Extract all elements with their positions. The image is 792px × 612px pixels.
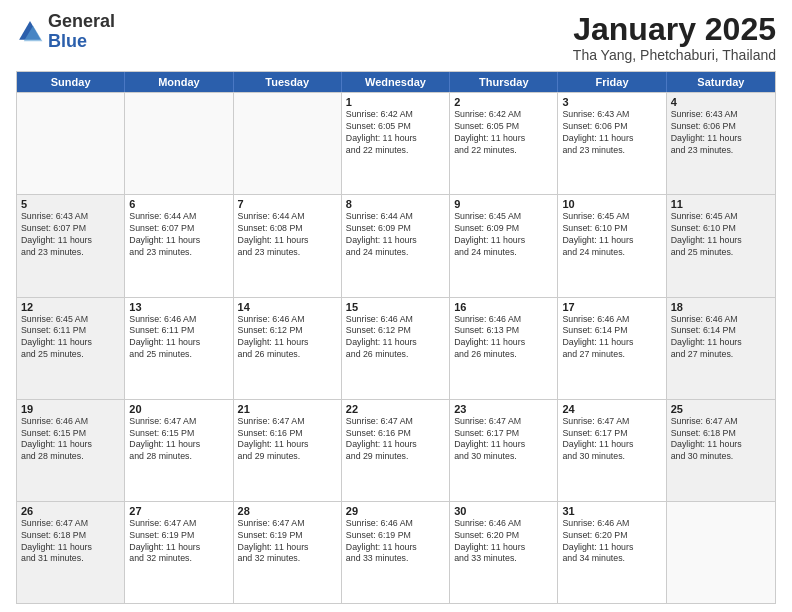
calendar-cell: 31Sunrise: 6:46 AM Sunset: 6:20 PM Dayli…	[558, 502, 666, 603]
day-info: Sunrise: 6:43 AM Sunset: 6:07 PM Dayligh…	[21, 211, 120, 259]
day-number: 22	[346, 403, 445, 415]
calendar-header-cell: Tuesday	[234, 72, 342, 92]
calendar-title: January 2025	[573, 12, 776, 47]
calendar-cell-empty	[17, 93, 125, 194]
day-number: 10	[562, 198, 661, 210]
day-number: 25	[671, 403, 771, 415]
day-number: 13	[129, 301, 228, 313]
day-number: 27	[129, 505, 228, 517]
calendar-cell-empty	[234, 93, 342, 194]
calendar-header-cell: Monday	[125, 72, 233, 92]
day-number: 26	[21, 505, 120, 517]
day-info: Sunrise: 6:47 AM Sunset: 6:18 PM Dayligh…	[21, 518, 120, 566]
calendar-cell: 7Sunrise: 6:44 AM Sunset: 6:08 PM Daylig…	[234, 195, 342, 296]
calendar-subtitle: Tha Yang, Phetchaburi, Thailand	[573, 47, 776, 63]
calendar-week: 1Sunrise: 6:42 AM Sunset: 6:05 PM Daylig…	[17, 92, 775, 194]
day-info: Sunrise: 6:47 AM Sunset: 6:19 PM Dayligh…	[129, 518, 228, 566]
day-number: 24	[562, 403, 661, 415]
day-number: 16	[454, 301, 553, 313]
day-info: Sunrise: 6:44 AM Sunset: 6:07 PM Dayligh…	[129, 211, 228, 259]
calendar: SundayMondayTuesdayWednesdayThursdayFrid…	[16, 71, 776, 604]
day-number: 7	[238, 198, 337, 210]
logo-blue-text: Blue	[48, 31, 87, 51]
calendar-header-cell: Saturday	[667, 72, 775, 92]
day-info: Sunrise: 6:46 AM Sunset: 6:20 PM Dayligh…	[454, 518, 553, 566]
day-info: Sunrise: 6:43 AM Sunset: 6:06 PM Dayligh…	[562, 109, 661, 157]
day-info: Sunrise: 6:47 AM Sunset: 6:17 PM Dayligh…	[454, 416, 553, 464]
header: General Blue January 2025 Tha Yang, Phet…	[16, 12, 776, 63]
day-number: 17	[562, 301, 661, 313]
day-number: 4	[671, 96, 771, 108]
calendar-cell-empty	[667, 502, 775, 603]
day-info: Sunrise: 6:45 AM Sunset: 6:09 PM Dayligh…	[454, 211, 553, 259]
calendar-cell: 17Sunrise: 6:46 AM Sunset: 6:14 PM Dayli…	[558, 298, 666, 399]
calendar-cell: 13Sunrise: 6:46 AM Sunset: 6:11 PM Dayli…	[125, 298, 233, 399]
calendar-week: 19Sunrise: 6:46 AM Sunset: 6:15 PM Dayli…	[17, 399, 775, 501]
day-number: 3	[562, 96, 661, 108]
day-info: Sunrise: 6:45 AM Sunset: 6:10 PM Dayligh…	[671, 211, 771, 259]
calendar-cell: 1Sunrise: 6:42 AM Sunset: 6:05 PM Daylig…	[342, 93, 450, 194]
calendar-header-cell: Wednesday	[342, 72, 450, 92]
day-info: Sunrise: 6:47 AM Sunset: 6:18 PM Dayligh…	[671, 416, 771, 464]
day-info: Sunrise: 6:44 AM Sunset: 6:09 PM Dayligh…	[346, 211, 445, 259]
calendar-cell: 8Sunrise: 6:44 AM Sunset: 6:09 PM Daylig…	[342, 195, 450, 296]
calendar-header-cell: Sunday	[17, 72, 125, 92]
calendar-cell: 29Sunrise: 6:46 AM Sunset: 6:19 PM Dayli…	[342, 502, 450, 603]
calendar-cell: 23Sunrise: 6:47 AM Sunset: 6:17 PM Dayli…	[450, 400, 558, 501]
calendar-cell: 6Sunrise: 6:44 AM Sunset: 6:07 PM Daylig…	[125, 195, 233, 296]
day-info: Sunrise: 6:46 AM Sunset: 6:15 PM Dayligh…	[21, 416, 120, 464]
calendar-header-row: SundayMondayTuesdayWednesdayThursdayFrid…	[17, 72, 775, 92]
day-info: Sunrise: 6:44 AM Sunset: 6:08 PM Dayligh…	[238, 211, 337, 259]
day-number: 8	[346, 198, 445, 210]
calendar-cell: 19Sunrise: 6:46 AM Sunset: 6:15 PM Dayli…	[17, 400, 125, 501]
calendar-cell: 22Sunrise: 6:47 AM Sunset: 6:16 PM Dayli…	[342, 400, 450, 501]
day-info: Sunrise: 6:47 AM Sunset: 6:16 PM Dayligh…	[238, 416, 337, 464]
calendar-cell: 12Sunrise: 6:45 AM Sunset: 6:11 PM Dayli…	[17, 298, 125, 399]
day-number: 18	[671, 301, 771, 313]
day-info: Sunrise: 6:46 AM Sunset: 6:14 PM Dayligh…	[671, 314, 771, 362]
day-info: Sunrise: 6:47 AM Sunset: 6:16 PM Dayligh…	[346, 416, 445, 464]
calendar-cell: 26Sunrise: 6:47 AM Sunset: 6:18 PM Dayli…	[17, 502, 125, 603]
calendar-week: 5Sunrise: 6:43 AM Sunset: 6:07 PM Daylig…	[17, 194, 775, 296]
day-number: 29	[346, 505, 445, 517]
day-number: 30	[454, 505, 553, 517]
logo: General Blue	[16, 12, 115, 52]
title-block: January 2025 Tha Yang, Phetchaburi, Thai…	[573, 12, 776, 63]
calendar-header-cell: Thursday	[450, 72, 558, 92]
calendar-cell: 11Sunrise: 6:45 AM Sunset: 6:10 PM Dayli…	[667, 195, 775, 296]
day-number: 31	[562, 505, 661, 517]
day-info: Sunrise: 6:45 AM Sunset: 6:10 PM Dayligh…	[562, 211, 661, 259]
day-number: 21	[238, 403, 337, 415]
day-number: 20	[129, 403, 228, 415]
calendar-cell: 18Sunrise: 6:46 AM Sunset: 6:14 PM Dayli…	[667, 298, 775, 399]
calendar-header-cell: Friday	[558, 72, 666, 92]
day-number: 19	[21, 403, 120, 415]
calendar-cell: 16Sunrise: 6:46 AM Sunset: 6:13 PM Dayli…	[450, 298, 558, 399]
day-number: 28	[238, 505, 337, 517]
day-number: 2	[454, 96, 553, 108]
calendar-cell: 10Sunrise: 6:45 AM Sunset: 6:10 PM Dayli…	[558, 195, 666, 296]
day-info: Sunrise: 6:42 AM Sunset: 6:05 PM Dayligh…	[346, 109, 445, 157]
day-info: Sunrise: 6:46 AM Sunset: 6:13 PM Dayligh…	[454, 314, 553, 362]
day-info: Sunrise: 6:47 AM Sunset: 6:15 PM Dayligh…	[129, 416, 228, 464]
calendar-cell: 15Sunrise: 6:46 AM Sunset: 6:12 PM Dayli…	[342, 298, 450, 399]
day-number: 5	[21, 198, 120, 210]
day-info: Sunrise: 6:46 AM Sunset: 6:11 PM Dayligh…	[129, 314, 228, 362]
day-info: Sunrise: 6:43 AM Sunset: 6:06 PM Dayligh…	[671, 109, 771, 157]
calendar-cell: 9Sunrise: 6:45 AM Sunset: 6:09 PM Daylig…	[450, 195, 558, 296]
calendar-cell-empty	[125, 93, 233, 194]
day-number: 12	[21, 301, 120, 313]
day-info: Sunrise: 6:45 AM Sunset: 6:11 PM Dayligh…	[21, 314, 120, 362]
logo-icon	[16, 18, 44, 46]
calendar-cell: 3Sunrise: 6:43 AM Sunset: 6:06 PM Daylig…	[558, 93, 666, 194]
day-number: 11	[671, 198, 771, 210]
day-number: 6	[129, 198, 228, 210]
calendar-cell: 5Sunrise: 6:43 AM Sunset: 6:07 PM Daylig…	[17, 195, 125, 296]
day-number: 14	[238, 301, 337, 313]
day-info: Sunrise: 6:46 AM Sunset: 6:12 PM Dayligh…	[346, 314, 445, 362]
calendar-cell: 25Sunrise: 6:47 AM Sunset: 6:18 PM Dayli…	[667, 400, 775, 501]
day-info: Sunrise: 6:47 AM Sunset: 6:17 PM Dayligh…	[562, 416, 661, 464]
calendar-body: 1Sunrise: 6:42 AM Sunset: 6:05 PM Daylig…	[17, 92, 775, 603]
day-info: Sunrise: 6:46 AM Sunset: 6:12 PM Dayligh…	[238, 314, 337, 362]
day-number: 9	[454, 198, 553, 210]
